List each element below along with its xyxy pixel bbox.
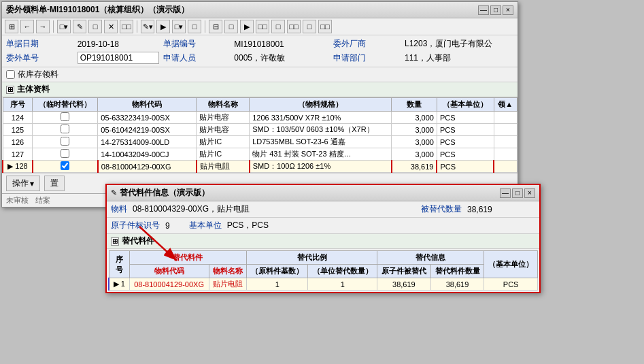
value-docno: MI191018001 [234, 39, 329, 49]
table-row[interactable]: 125 05-610424219-00SX 贴片电容 SMD：103/50V 0… [3, 124, 518, 136]
cell-unit: PCS [437, 136, 494, 148]
sub-section-header: ⊞ 替代料件 [107, 234, 539, 249]
extra-label: 置 [50, 178, 58, 189]
sub-cell-seq: ▶ 1 [109, 278, 129, 291]
stock-checkbox[interactable] [6, 70, 15, 79]
cell-code: 14-275314009-00LD [98, 136, 197, 148]
sub-cell-code: 08-810004129-00XG [129, 278, 209, 291]
sub-table: 序号 替代料件 替代比例 替代信息 （基本单位） 物料代码 物料名称 （原料件基… [108, 250, 538, 291]
sub-minimize-button[interactable]: — [500, 188, 511, 198]
status-text2: 结案 [35, 195, 50, 205]
sub-label-partid: 原子件标识号 [111, 220, 160, 231]
toolbar-copy-icon[interactable]: □ [88, 20, 102, 33]
th-replace: （临时替代料） [33, 98, 98, 112]
sub-expand-button[interactable]: ⊞ [111, 237, 119, 246]
sub-label-replqty: 被替代数量 [421, 203, 462, 215]
sub-th-unitqty: （单位替代数量） [308, 265, 377, 278]
cell-spec: SMD：103/50V 0603 ±10%（X7R） [250, 124, 392, 136]
sub-close-button[interactable]: × [524, 188, 535, 198]
toolbar-edit-icon[interactable]: ✎ [73, 20, 86, 33]
th-extra: 领▲ [494, 98, 518, 112]
sub-cell-origreplace: 38,619 [377, 278, 431, 291]
table-row[interactable]: 127 14-100432049-00CJ 贴片IC 物片 431 封装 SOT… [3, 148, 518, 161]
cell-spec: 1206 331/500V X7R ±10% [250, 112, 392, 124]
sub-th-origreplace: 原子件被替代 [377, 265, 431, 278]
extra-button[interactable]: 置 [44, 176, 65, 191]
value-dept: 111，人事部 [405, 52, 513, 64]
toolbar-sep1 [53, 20, 54, 33]
cell-replace [33, 148, 98, 161]
th-qty: 数量 [392, 98, 437, 112]
sub-cell-unit: PCS [484, 278, 538, 291]
toolbar-grid3-icon[interactable]: □□ [287, 20, 301, 33]
cell-code: 08-810004129-00XG [98, 161, 197, 173]
cell-seq: ▶ 128 [3, 161, 33, 173]
maximize-button[interactable]: □ [490, 5, 501, 15]
toolbar-delete-icon[interactable]: ✕ [104, 20, 118, 33]
toolbar-sep3 [205, 20, 205, 33]
sub-label-unit: 基本单位 [189, 220, 222, 231]
main-toolbar: ⊞ ← → □▾ ✎ □ ✕ □□ ✎▾ ▶ □▾ □ ⊟ □ ▶ □□ □ □… [2, 18, 518, 35]
toolbar-clipboard-icon[interactable]: □□ [120, 20, 133, 33]
label-date: 单据日期 [6, 38, 73, 50]
cell-extra [494, 148, 518, 161]
toolbar-attach-icon[interactable]: □ [224, 20, 238, 33]
sub-th-group-info: 替代信息 [377, 251, 484, 265]
sub-title-text: 替代料件信息（演示版） [120, 187, 209, 199]
sub-table-row[interactable]: ▶ 1 08-810004129-00XG 贴片电阻 1 1 38,619 38… [109, 278, 538, 291]
toolbar-run-icon[interactable]: ✎▾ [141, 20, 154, 33]
close-button[interactable]: × [503, 5, 513, 15]
sub-title-buttons: — □ × [500, 188, 535, 198]
checkbox-row: 依库存领料 [2, 67, 518, 82]
table-row[interactable]: 124 05-633223419-00SX 贴片电容 1206 331/500V… [3, 112, 518, 124]
cell-extra [494, 124, 518, 136]
cell-spec: 物片 431 封装 SOT-23 精度… [250, 148, 392, 161]
cell-name: 贴片电阻 [197, 161, 250, 173]
toolbar-play-icon[interactable]: ▶ [156, 20, 170, 33]
toolbar-msg-icon[interactable]: □ [303, 20, 316, 33]
expand-button[interactable]: ⊞ [6, 86, 14, 94]
sub-th-code: 物料代码 [129, 265, 209, 278]
toolbar-filter-icon[interactable]: □▾ [172, 20, 186, 33]
table-row[interactable]: 126 14-275314009-00LD 贴片IC LD7535MBL SOT… [3, 136, 518, 148]
toolbar-back-icon[interactable]: ← [20, 20, 34, 33]
cell-name: 贴片IC [197, 148, 250, 161]
sub-th-base: （原料件基数） [247, 265, 308, 278]
label-extno: 委外单号 [6, 52, 73, 64]
cell-seq: 124 [3, 112, 33, 124]
th-spec: （物料规格） [250, 98, 392, 112]
value-person: 0005，许敬敏 [234, 52, 329, 64]
label-person: 申请人员 [163, 52, 231, 64]
sub-maximize-button[interactable]: □ [512, 188, 523, 198]
th-code: 物料代码 [98, 98, 197, 112]
toolbar-forward-icon[interactable]: → [36, 20, 50, 33]
toolbar-grid2-icon[interactable]: □□ [256, 20, 269, 33]
input-extno[interactable] [78, 52, 159, 64]
cell-extra [494, 161, 518, 173]
sub-value-unit: PCS，PCS [227, 220, 269, 231]
cell-spec: SMD：100Ω 1206 ±1% [250, 161, 392, 173]
cell-qty: 3,000 [392, 148, 437, 161]
sub-cell-base: 1 [247, 278, 308, 291]
toolbar-grid-icon[interactable]: ⊞ [5, 20, 18, 33]
cell-name: 贴片电容 [197, 124, 250, 136]
main-title-buttons: — □ × [478, 5, 513, 15]
label-vendor: 委外厂商 [333, 38, 401, 50]
toolbar-print-icon[interactable]: □ [188, 20, 201, 33]
label-docno: 单据编号 [163, 38, 231, 50]
toolbar-mail-icon[interactable]: ⊟ [209, 20, 222, 33]
minimize-button[interactable]: — [478, 5, 489, 15]
cell-extra [494, 136, 518, 148]
toolbar-play2-icon[interactable]: ▶ [240, 20, 254, 33]
main-window: 委外领料单-MI191018001（核算组织）（演示版） — □ × ⊞ ← →… [1, 1, 518, 208]
toolbar-flag-icon[interactable]: □ [271, 20, 285, 33]
toolbar-chat-icon[interactable]: □□ [318, 20, 332, 33]
sub-th-replaceqty: 替代料件数量 [430, 265, 484, 278]
sub-cell-unitqty: 1 [308, 278, 377, 291]
table-row-selected[interactable]: ▶ 128 08-810004129-00XG 贴片电阻 SMD：100Ω 12… [3, 161, 518, 173]
op-button[interactable]: 操作 ▾ [6, 176, 40, 191]
sub-cell-replaceqty: 38,619 [430, 278, 484, 291]
label-dept: 申请部门 [333, 52, 401, 64]
sub-value-material: 08-810004329-00XG，贴片电阻 [133, 203, 416, 215]
toolbar-new-icon[interactable]: □▾ [57, 20, 71, 33]
